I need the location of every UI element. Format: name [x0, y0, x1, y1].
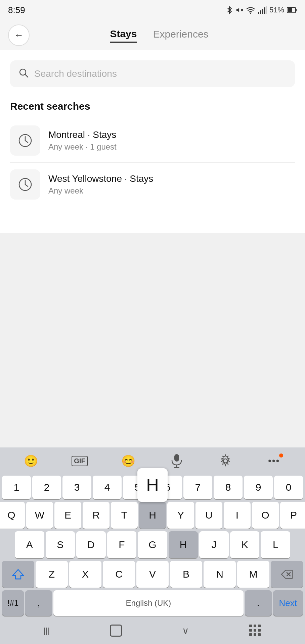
back-button[interactable]: ←: [8, 24, 30, 46]
svg-point-2: [250, 12, 251, 14]
delete-key[interactable]: [271, 561, 303, 588]
space-label: English (UK): [126, 598, 171, 608]
recent-search-item-2[interactable]: West Yellowstone · Stays Any week: [10, 163, 295, 206]
svg-text:😊: 😊: [121, 454, 136, 468]
main-content: Search destinations Recent searches Mont…: [0, 50, 305, 233]
key-c[interactable]: C: [103, 561, 135, 588]
keyboard-bottom-row: !#1 , English (UK) . Next: [0, 589, 305, 617]
back-gesture-icon[interactable]: |||: [44, 626, 50, 635]
recent-gesture-icon[interactable]: ∨: [182, 625, 189, 636]
key-q[interactable]: Q: [0, 502, 25, 529]
key-z[interactable]: Z: [36, 561, 68, 588]
battery-status: 51%: [269, 6, 284, 14]
back-arrow-icon: ←: [14, 30, 24, 41]
gif-button[interactable]: GIF: [68, 451, 91, 471]
home-square: [110, 625, 122, 637]
status-time: 8:59: [8, 5, 25, 15]
next-key[interactable]: Next: [273, 590, 303, 616]
signal-icon: [258, 6, 267, 14]
recent-searches-section: Recent searches Montreal · Stays Any wee…: [0, 94, 305, 206]
key-v[interactable]: V: [136, 561, 169, 588]
nav-tabs: Stays Experiences: [43, 28, 275, 43]
key-j[interactable]: J: [199, 531, 229, 558]
letter-row-2: A S D F G H J K L: [0, 530, 305, 559]
search-card: Search destinations: [0, 50, 305, 94]
gif-label: GIF: [72, 456, 87, 466]
tab-experiences[interactable]: Experiences: [153, 29, 208, 42]
key-n[interactable]: N: [204, 561, 236, 588]
svg-marker-25: [13, 570, 24, 579]
search-box[interactable]: Search destinations: [10, 60, 295, 87]
key-p[interactable]: P: [280, 502, 305, 529]
key-7[interactable]: 7: [183, 476, 212, 499]
key-g[interactable]: G: [138, 531, 167, 558]
svg-rect-9: [296, 9, 297, 11]
emoji-button[interactable]: 😊: [117, 451, 140, 471]
recent-item-text-1: Montreal · Stays Any week · 1 guest: [48, 129, 117, 152]
key-r[interactable]: R: [83, 502, 110, 529]
shift-key[interactable]: [2, 561, 34, 588]
key-8[interactable]: 8: [214, 476, 243, 499]
recent-item-text-2: West Yellowstone · Stays Any week: [48, 173, 153, 196]
key-t[interactable]: T: [111, 502, 138, 529]
nav-gesture-bar: ||| ∨: [0, 617, 305, 644]
key-2[interactable]: 2: [32, 476, 61, 499]
settings-button[interactable]: [214, 451, 237, 471]
keyboard-grid-icon: [249, 625, 261, 637]
notification-dot: [279, 453, 283, 458]
key-b[interactable]: B: [170, 561, 202, 588]
svg-rect-3: [258, 12, 259, 14]
key-1[interactable]: 1: [2, 476, 31, 499]
recent-item-title-1: Montreal · Stays: [48, 129, 117, 140]
key-o[interactable]: O: [252, 502, 279, 529]
more-options-button[interactable]: •••: [262, 451, 286, 471]
space-key[interactable]: English (UK): [53, 590, 243, 616]
top-navigation: ← Stays Experiences: [0, 20, 305, 50]
key-l[interactable]: L: [261, 531, 290, 558]
key-m[interactable]: M: [237, 561, 269, 588]
svg-line-12: [25, 74, 28, 77]
svg-point-24: [223, 459, 227, 463]
key-0[interactable]: 0: [274, 476, 303, 499]
content-spacer: [0, 206, 305, 226]
key-9[interactable]: 9: [244, 476, 273, 499]
key-a[interactable]: A: [15, 531, 44, 558]
key-s[interactable]: S: [46, 531, 75, 558]
period-key[interactable]: .: [245, 590, 272, 616]
key-y[interactable]: Y: [167, 502, 194, 529]
key-x[interactable]: X: [69, 561, 101, 588]
key-w[interactable]: W: [26, 502, 53, 529]
tab-stays[interactable]: Stays: [110, 28, 137, 43]
home-gesture-icon[interactable]: [110, 625, 122, 637]
keyboard: 🙂 GIF 😊 •••: [0, 447, 305, 644]
svg-rect-5: [262, 9, 263, 14]
symbol-key[interactable]: !#1: [2, 590, 24, 616]
recent-item-sub-2: Any week: [48, 186, 153, 196]
svg-rect-7: [266, 6, 267, 14]
key-h-top[interactable]: H H: [139, 502, 166, 529]
search-input[interactable]: Search destinations: [34, 68, 287, 79]
key-f[interactable]: F: [107, 531, 137, 558]
recent-item-sub-1: Any week · 1 guest: [48, 142, 117, 152]
svg-rect-10: [288, 8, 292, 12]
key-k[interactable]: K: [230, 531, 260, 558]
mic-button[interactable]: [165, 451, 188, 471]
key-3[interactable]: 3: [62, 476, 91, 499]
clock-icon-1: [10, 125, 40, 156]
key-u[interactable]: U: [195, 502, 222, 529]
comma-key[interactable]: ,: [25, 590, 52, 616]
recent-searches-title: Recent searches: [10, 101, 295, 112]
wifi-icon: [246, 6, 255, 14]
keyboard-hide-icon[interactable]: [249, 625, 261, 637]
sticker-button[interactable]: 🙂: [19, 451, 43, 471]
bluetooth-icon: [226, 5, 233, 15]
svg-rect-4: [260, 10, 261, 14]
recent-search-item-1[interactable]: Montreal · Stays Any week · 1 guest: [10, 119, 295, 163]
search-icon: [18, 67, 29, 80]
key-d[interactable]: D: [76, 531, 106, 558]
key-i[interactable]: I: [224, 502, 251, 529]
key-4[interactable]: 4: [93, 476, 122, 499]
key-e[interactable]: E: [54, 502, 81, 529]
clock-icon-2: [10, 169, 40, 200]
key-h-middle[interactable]: H: [169, 531, 198, 558]
